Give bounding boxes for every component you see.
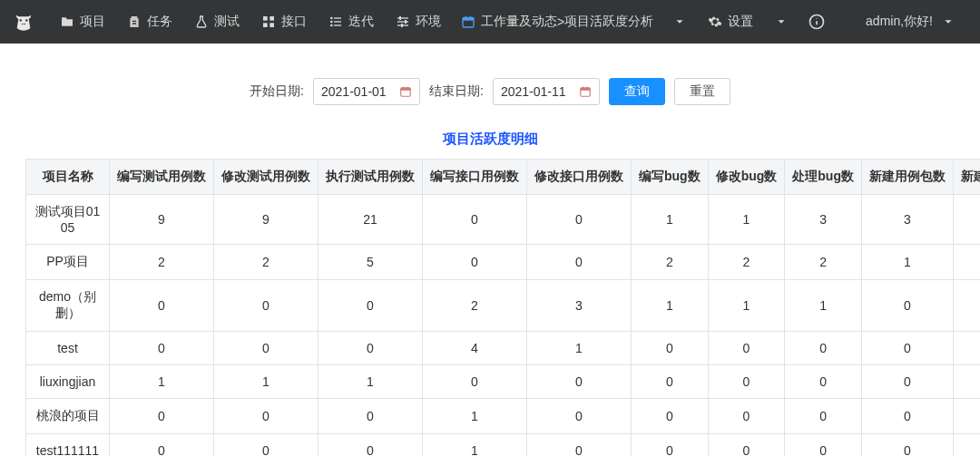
project-name-cell: test [26,332,110,365]
table-cell: 2 [214,245,318,280]
breadcrumb-chevron[interactable] [664,15,695,28]
table-cell: 0 [708,332,785,365]
table-cell: 1 [318,365,423,399]
svg-rect-11 [334,21,341,22]
table-cell: 1 [423,399,527,434]
table-header-cell: 新建测试场景数 [953,160,980,195]
end-date-input[interactable]: 2021-01-11 [493,78,600,105]
breadcrumb[interactable]: 工作量及动态 > 项目活跃度分析 [454,0,661,44]
reset-button-label: 重置 [690,83,715,100]
breadcrumb-root: 工作量及动态 [481,14,557,30]
end-date-value: 2021-01-11 [501,84,572,99]
table-cell: 0 [953,332,980,365]
user-menu[interactable]: admin,你好! [858,14,971,30]
breadcrumb-sep: > [557,15,564,29]
settings-label: 设置 [728,14,753,30]
table-cell: 0 [110,332,214,365]
nav-project[interactable]: 项目 [51,0,114,44]
end-date-label: 结束日期: [429,83,484,100]
start-date-label: 开始日期: [250,83,304,100]
table-header-cell: 处理bug数 [785,160,862,195]
svg-rect-7 [270,23,274,27]
table-cell: 0 [110,434,214,457]
table-cell: 0 [423,245,527,280]
nav-label: 项目 [80,14,105,30]
table-cell: 0 [953,280,980,332]
svg-point-10 [330,21,333,24]
calendar-icon [399,85,412,98]
table-cell: 0 [318,399,423,434]
project-name-cell: 测试项目0105 [26,195,110,245]
nav-settings[interactable]: 设置 [699,14,762,30]
nav-test[interactable]: 测试 [185,0,249,44]
table-cell: 0 [632,399,709,434]
table-row: 测试项目01059921001133047 [26,195,981,245]
table-cell: 0 [632,365,709,399]
table-cell: 4 [423,332,527,365]
nav-env[interactable]: 环境 [387,0,450,44]
table-cell: 1 [785,280,862,332]
svg-rect-6 [263,23,268,27]
table-cell: 0 [953,195,980,245]
breadcrumb-current: 项目活跃度分析 [564,14,653,30]
table-cell: 2 [708,245,785,280]
nav-iteration[interactable]: 迭代 [319,0,383,44]
svg-rect-24 [401,88,411,91]
table-cell: 0 [785,332,862,365]
table-cell: 0 [423,365,527,399]
grid-icon [261,15,276,29]
table-cell: 21 [318,195,423,245]
table-body: 测试项目01059921001133047PP项目225002221016dem… [26,195,981,457]
svg-rect-19 [401,24,403,27]
table-header-cell: 修改测试用例数 [214,160,318,195]
svg-point-2 [22,24,24,25]
table-cell: 0 [861,399,953,434]
settings-chevron[interactable] [766,15,797,28]
table-cell: 0 [318,280,423,332]
table-cell: 0 [110,280,214,332]
table-header-cell: 编写测试用例数 [110,160,214,195]
table-cell: 9 [214,195,318,245]
table-cell: 3 [861,195,953,245]
flask-icon [194,15,209,29]
table-header-cell: 修改接口用例数 [527,160,632,195]
sliders-icon [396,15,410,29]
svg-rect-13 [334,24,341,25]
nav-task[interactable]: 任务 [118,0,181,44]
top-navbar: 项目 任务 测试 接口 迭代 环境 工作量及动态 > 项目活跃度分析 [0,0,980,44]
folder-icon [60,15,74,29]
table-header-cell: 新建用例包数 [861,160,953,195]
start-date-value: 2021-01-01 [321,84,392,99]
table-row: PP项目225002221016 [26,245,981,280]
info-icon [808,13,826,31]
table-cell: 0 [214,434,318,457]
query-button-label: 查询 [624,83,650,100]
start-date-input[interactable]: 2021-01-01 [313,78,420,105]
table-cell: 2 [785,245,862,280]
user-chevron [933,15,964,28]
table-title: 项目活跃度明细 [25,131,955,148]
table-cell: 1 [632,280,709,332]
table-cell: 0 [785,399,862,434]
nav-api[interactable]: 接口 [252,0,316,44]
table-cell: 9 [110,195,214,245]
query-button[interactable]: 查询 [609,78,665,105]
gear-icon [708,15,722,29]
svg-point-12 [330,24,333,27]
table-cell: 0 [214,399,318,434]
table-cell: 5 [318,245,423,280]
table-cell: 0 [527,245,632,280]
table-cell: 0 [527,399,632,434]
table-cell: 1 [527,332,632,365]
table-cell: 0 [785,365,862,399]
nav-info[interactable] [800,13,833,31]
table-cell: 2 [110,245,214,280]
svg-rect-26 [581,88,591,91]
svg-rect-18 [405,20,407,24]
nav-label: 测试 [214,14,240,30]
svg-rect-17 [399,16,401,20]
reset-button[interactable]: 重置 [674,78,730,105]
table-cell: 1 [423,434,527,457]
activity-table: 项目名称编写测试用例数修改测试用例数执行测试用例数编写接口用例数修改接口用例数编… [25,159,980,456]
table-cell: 1 [632,195,709,245]
